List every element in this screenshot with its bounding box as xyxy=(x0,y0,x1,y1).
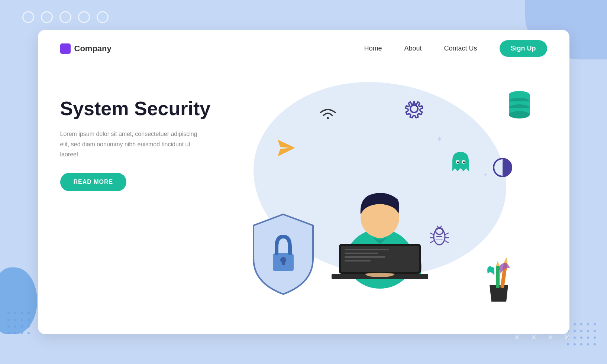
bug-icon xyxy=(428,224,451,249)
svg-point-11 xyxy=(457,162,459,163)
signup-button[interactable]: Sign Up xyxy=(500,40,547,57)
svg-rect-37 xyxy=(345,256,385,258)
sparkle-icon-2: ✦ xyxy=(483,171,488,178)
sparkle-icon-1: ✦ xyxy=(436,134,443,144)
nav-contact[interactable]: Contact Us xyxy=(444,45,477,52)
svg-line-18 xyxy=(445,233,449,235)
svg-marker-40 xyxy=(496,261,500,266)
dots-pattern-right xyxy=(567,323,596,345)
hero-illustration: ✦ ✦ xyxy=(216,75,547,324)
svg-rect-36 xyxy=(345,253,378,254)
svg-marker-42 xyxy=(504,257,508,263)
wifi-icon xyxy=(317,104,339,124)
main-card: Company Home About Contact Us Sign Up Sy… xyxy=(38,30,569,334)
svg-marker-0 xyxy=(278,140,295,156)
gear-icon xyxy=(402,97,426,123)
svg-point-12 xyxy=(463,162,465,163)
circles-decoration xyxy=(22,11,109,23)
svg-rect-35 xyxy=(345,249,389,250)
x-marks-decoration: ✕ ✕ ✕ ✕ xyxy=(514,334,570,342)
nav-about[interactable]: About xyxy=(404,45,422,52)
ghost-icon xyxy=(449,149,473,178)
dots-pattern-left xyxy=(7,312,30,334)
svg-rect-38 xyxy=(345,260,371,261)
nav-home[interactable]: Home xyxy=(364,45,382,52)
svg-line-17 xyxy=(430,241,434,243)
svg-line-20 xyxy=(445,241,449,243)
logo-icon xyxy=(60,43,71,54)
logo-text: Company xyxy=(74,44,112,53)
hero-title: System Security xyxy=(60,97,216,120)
half-circle-icon xyxy=(491,156,514,180)
svg-point-8 xyxy=(509,111,530,118)
send-icon xyxy=(276,138,296,160)
plant-holder-icon xyxy=(480,255,517,305)
read-more-button[interactable]: READ MORE xyxy=(60,173,127,191)
logo: Company xyxy=(60,43,112,54)
hero-left: System Security Lorem ipsum dolor sit am… xyxy=(60,75,216,324)
svg-rect-39 xyxy=(496,266,500,288)
svg-point-1 xyxy=(410,105,418,113)
hero-section: System Security Lorem ipsum dolor sit am… xyxy=(38,67,569,334)
database-icon xyxy=(506,90,532,121)
nav-links: Home About Contact Us Sign Up xyxy=(364,40,547,57)
svg-line-15 xyxy=(430,233,434,235)
svg-rect-28 xyxy=(282,260,285,265)
navbar: Company Home About Contact Us Sign Up xyxy=(38,30,569,67)
hero-description: Lorem ipsum dolor sit amet, consectetuer… xyxy=(60,129,201,159)
